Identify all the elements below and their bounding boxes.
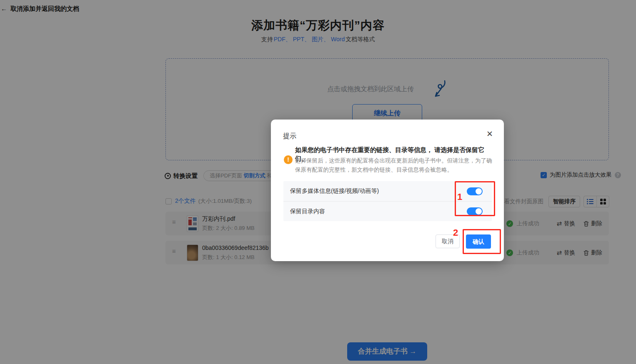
- keep-toc-label: 保留目录内容: [290, 208, 325, 215]
- annotation-step-2: 2: [453, 227, 458, 238]
- keep-multimedia-label: 保留多媒体信息(链接/视频/动画等): [290, 187, 379, 195]
- annotation-box-confirm: [463, 229, 501, 254]
- dialog-title: 提示: [283, 132, 296, 141]
- dialog-warning-text: 选择保留后，这些原有的配置将会出现在更新后的电子书中。但请注意，为了确保原有配置…: [295, 156, 496, 175]
- add-book-page: ←取消添加并返回我的文档 添加书籍“万彩内刊”内容 支持PDF、PPT、图片、W…: [0, 0, 636, 364]
- annotation-step-1: 1: [457, 192, 462, 202]
- close-icon[interactable]: ✕: [486, 130, 493, 138]
- warning-icon: !: [284, 155, 293, 164]
